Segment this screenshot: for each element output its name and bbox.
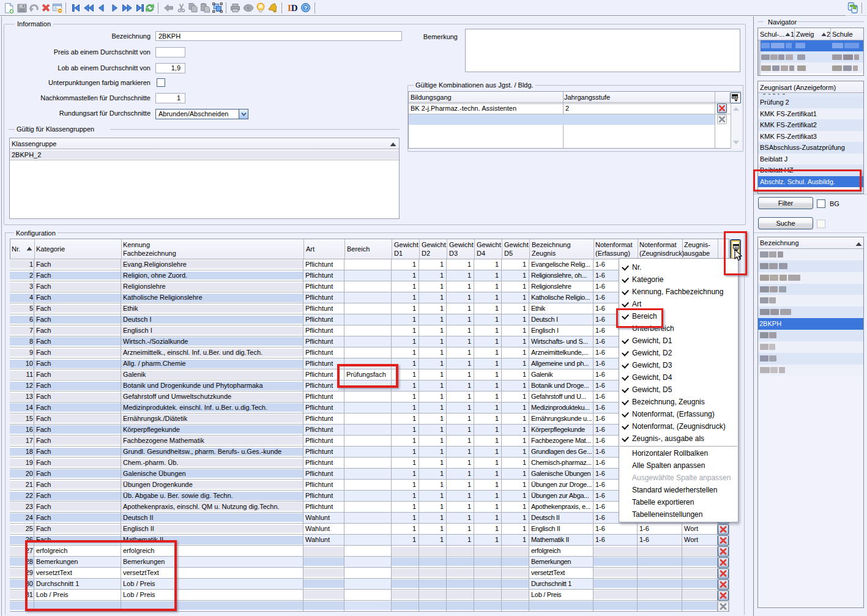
svg-text:?: ? xyxy=(304,4,308,11)
